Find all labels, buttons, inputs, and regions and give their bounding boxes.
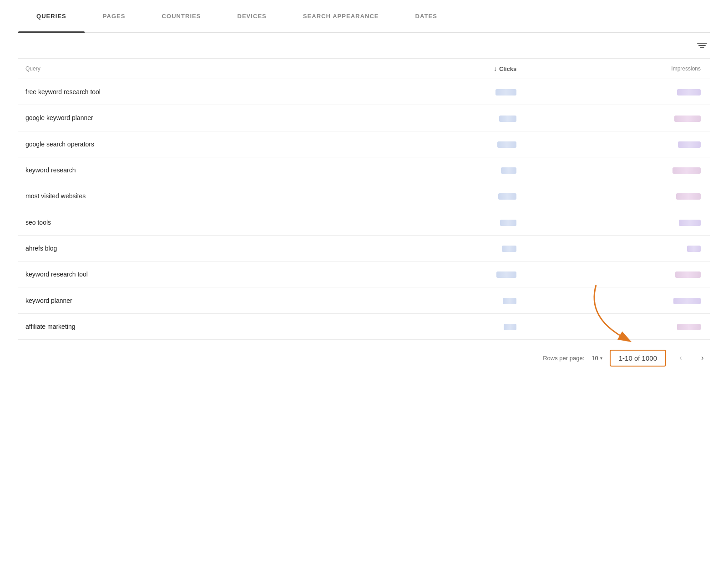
impressions-value — [673, 298, 701, 304]
impressions-cell — [553, 261, 710, 287]
impressions-cell — [553, 209, 710, 235]
table-row: google keyword planner — [18, 105, 710, 131]
clicks-value — [497, 141, 516, 148]
col-header-impressions[interactable]: Impressions — [553, 59, 710, 79]
tab-pages[interactable]: PAGES — [85, 0, 144, 32]
table-row: keyword research — [18, 157, 710, 183]
clicks-cell — [325, 131, 553, 157]
impressions-cell — [553, 183, 710, 209]
chevron-down-icon: ▾ — [600, 356, 602, 361]
prev-page-button[interactable]: ‹ — [673, 351, 688, 365]
clicks-value — [501, 167, 516, 174]
table-row: keyword planner — [18, 287, 710, 313]
chevron-right-icon: › — [701, 354, 703, 362]
filter-bar — [18, 33, 710, 59]
table-row: seo tools — [18, 209, 710, 235]
impressions-cell — [553, 235, 710, 261]
clicks-cell — [325, 79, 553, 105]
table-row: google search operators — [18, 131, 710, 157]
impressions-value — [678, 141, 701, 148]
chevron-left-icon: ‹ — [679, 354, 682, 362]
table-row: free keyword research tool — [18, 79, 710, 105]
tab-dates[interactable]: DATES — [397, 0, 455, 32]
clicks-cell — [325, 209, 553, 235]
query-cell: keyword planner — [18, 287, 325, 313]
pagination-bar: Rows per page: 10 ▾ 1-10 of 1000 ‹ › — [18, 340, 710, 380]
tab-queries[interactable]: QUERIES — [18, 0, 85, 32]
filter-icon[interactable] — [694, 41, 710, 50]
impressions-value — [676, 193, 701, 200]
table-row: ahrefs blog — [18, 235, 710, 261]
query-cell: keyword research — [18, 157, 325, 183]
table-row: keyword research tool — [18, 261, 710, 287]
table-row: affiliate marketing — [18, 313, 710, 339]
query-cell: affiliate marketing — [18, 313, 325, 339]
clicks-value — [499, 116, 516, 122]
query-cell: keyword research tool — [18, 261, 325, 287]
clicks-value — [503, 298, 516, 304]
clicks-value — [500, 220, 516, 226]
impressions-value — [679, 220, 701, 226]
tab-search-appearance[interactable]: SEARCH APPEARANCE — [285, 0, 397, 32]
next-page-button[interactable]: › — [695, 351, 710, 365]
impressions-value — [677, 89, 701, 96]
impressions-value — [675, 271, 701, 278]
query-cell: ahrefs blog — [18, 235, 325, 261]
impressions-value — [672, 167, 701, 174]
clicks-value — [502, 246, 516, 252]
clicks-cell — [325, 183, 553, 209]
col-header-clicks[interactable]: ↓ Clicks — [325, 59, 553, 79]
tab-devices[interactable]: DEVICES — [219, 0, 284, 32]
rows-per-page-label: Rows per page: — [543, 355, 584, 362]
clicks-cell — [325, 313, 553, 339]
clicks-value — [504, 324, 516, 330]
query-cell: most visited websites — [18, 183, 325, 209]
query-cell: seo tools — [18, 209, 325, 235]
sort-arrow-icon: ↓ — [494, 65, 497, 72]
impressions-cell — [553, 105, 710, 131]
data-table-wrapper: Query ↓ Clicks Impressions f — [18, 59, 710, 340]
tab-bar: QUERIES PAGES COUNTRIES DEVICES SEARCH A… — [18, 0, 710, 33]
tab-countries[interactable]: COUNTRIES — [144, 0, 219, 32]
clicks-cell — [325, 157, 553, 183]
impressions-cell — [553, 131, 710, 157]
impressions-cell — [553, 157, 710, 183]
impressions-cell — [553, 79, 710, 105]
clicks-cell — [325, 105, 553, 131]
clicks-value — [496, 271, 516, 278]
rows-per-page-select[interactable]: 10 ▾ — [592, 355, 602, 362]
page-info: 1-10 of 1000 — [610, 350, 666, 367]
impressions-cell — [553, 287, 710, 313]
query-cell: free keyword research tool — [18, 79, 325, 105]
impressions-value — [677, 324, 701, 330]
clicks-value — [495, 89, 516, 96]
query-cell: google search operators — [18, 131, 325, 157]
clicks-cell — [325, 287, 553, 313]
clicks-value — [498, 193, 516, 200]
clicks-cell — [325, 235, 553, 261]
clicks-cell — [325, 261, 553, 287]
impressions-cell — [553, 313, 710, 339]
table-row: most visited websites — [18, 183, 710, 209]
queries-table: Query ↓ Clicks Impressions f — [18, 59, 710, 340]
col-header-query: Query — [18, 59, 325, 79]
impressions-value — [687, 246, 701, 252]
impressions-value — [674, 116, 701, 122]
query-cell: google keyword planner — [18, 105, 325, 131]
